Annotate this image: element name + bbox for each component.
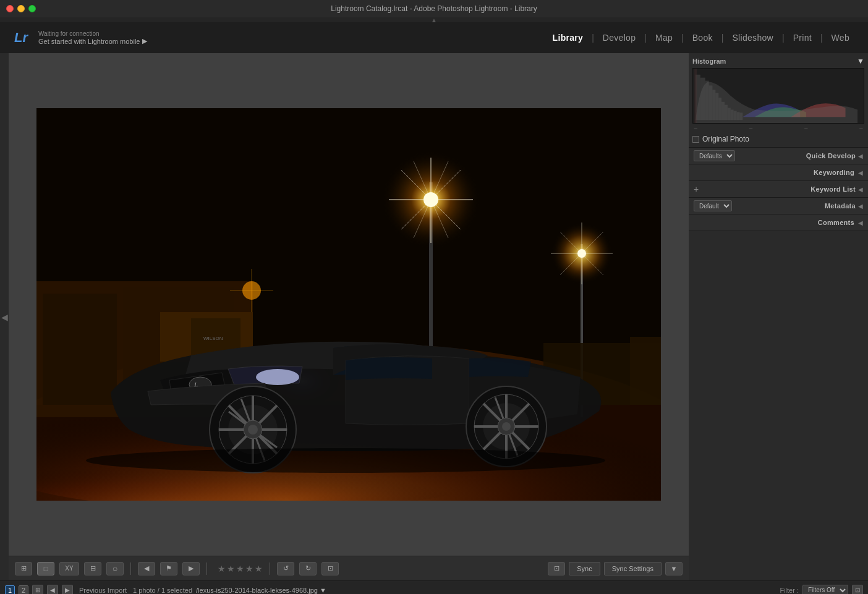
filmstrip-num-1[interactable]: 1 (5, 585, 15, 595)
original-photo-checkbox[interactable] (692, 136, 699, 143)
filmstrip-collection-name: Previous Import (79, 587, 127, 594)
top-arrow-icon: ▲ (431, 17, 437, 23)
histogram-section: Histogram ▼ (689, 53, 868, 148)
comments-section: Comments ◀ (689, 214, 868, 231)
filmstrip-num-2[interactable]: 2 (19, 585, 28, 595)
view-xy-button[interactable]: XY (59, 562, 79, 575)
nav-develop[interactable]: Develop (594, 29, 644, 46)
maximize-button[interactable] (28, 5, 36, 12)
histogram-header: Histogram ▼ (692, 57, 864, 66)
navbar: Lr Waiting for connection Get started wi… (0, 22, 868, 53)
sync-settings-button[interactable]: Sync Settings (604, 562, 662, 575)
prev-photo-button[interactable]: ◀ (138, 562, 155, 575)
hist-shadow-btn[interactable]: − (694, 125, 697, 132)
star-1[interactable]: ★ (218, 564, 226, 574)
mobile-status: Waiting for connection Get started with … (38, 30, 147, 45)
nav-slideshow[interactable]: Slideshow (723, 29, 782, 46)
minimize-button[interactable] (17, 5, 25, 12)
svg-text:WILSON: WILSON (203, 336, 223, 341)
metadata-header[interactable]: Default Metadata ◀ (689, 198, 868, 214)
star-4[interactable]: ★ (245, 564, 253, 574)
nav-modules: Library | Develop | Map | Book | Slidesh… (544, 29, 858, 46)
window-controls (6, 5, 36, 12)
keyword-list-label: Keyword List (811, 185, 856, 193)
lr-logo-text: Lr (14, 31, 28, 45)
keywording-header[interactable]: Keywording ◀ (689, 164, 868, 180)
metadata-preset-select[interactable]: Default (694, 200, 732, 211)
toolbar-right: ⊡ Sync Sync Settings ▼ (548, 562, 683, 575)
waiting-text: Waiting for connection (38, 30, 147, 37)
main-photo: WILSON (36, 108, 661, 501)
keyword-list-section: + Keyword List ◀ (689, 181, 868, 198)
crop-button[interactable]: ⊡ (321, 562, 339, 575)
histogram-dropdown-arrow[interactable]: ▼ (857, 57, 864, 66)
center-area: WILSON (9, 53, 689, 580)
left-panel-arrow: ◀ (0, 312, 9, 322)
close-button[interactable] (6, 5, 14, 12)
svg-rect-27 (630, 337, 661, 405)
svg-rect-5 (43, 294, 117, 405)
keywording-label: Keywording (814, 169, 854, 176)
toolbar: ⊞ □ XY ⊟ ☺ ◀ ⚑ ▶ ★ ★ ★ ★ ★ ↺ ↻ ⊡ ⊡ (9, 556, 689, 580)
left-panel-toggle[interactable]: ◀ (0, 53, 9, 580)
quick-develop-label: Quick Develop (806, 152, 856, 159)
nav-web[interactable]: Web (823, 29, 858, 46)
keyword-list-arrow: ◀ (858, 186, 863, 193)
toolbar-sep-1 (130, 562, 131, 575)
stars-row: ★ ★ ★ ★ ★ (218, 564, 263, 574)
filmstrip-grid-btn[interactable]: ⊞ (32, 585, 43, 595)
filter-select[interactable]: Filters Off (802, 585, 848, 595)
mobile-link[interactable]: Get started with Lightroom mobile ▶ (38, 37, 147, 45)
filmstrip-photo-count: 1 photo / 1 selected (133, 587, 192, 594)
keywording-section: Keywording ◀ (689, 164, 868, 181)
metadata-section: Default Metadata ◀ (689, 198, 868, 214)
filmstrip-path[interactable]: /lexus-is250-2014-black-lekses-4968.jpg … (196, 587, 326, 594)
nav-map[interactable]: Map (647, 29, 681, 46)
svg-point-42 (248, 425, 258, 435)
toolbar-sep-2 (206, 562, 207, 575)
star-2[interactable]: ★ (227, 564, 235, 574)
histogram-title: Histogram (692, 57, 726, 65)
star-3[interactable]: ★ (236, 564, 244, 574)
quick-develop-header[interactable]: Defaults Quick Develop ◀ (689, 148, 868, 164)
view-grid-button[interactable]: ⊞ (15, 562, 32, 575)
view-loupe-button[interactable]: □ (37, 562, 54, 575)
comments-arrow: ◀ (858, 219, 863, 226)
toolbar-dropdown-button[interactable]: ▼ (665, 562, 683, 575)
metadata-arrow: ◀ (858, 203, 863, 210)
hist-mid2-btn[interactable]: − (804, 125, 807, 132)
flag-button[interactable]: ⚑ (160, 562, 177, 575)
nav-print[interactable]: Print (785, 29, 820, 46)
window-title: Lightroom Catalog.lrcat - Adobe Photosho… (331, 4, 537, 13)
svg-point-31 (256, 369, 299, 385)
toolbar-sep-3 (270, 562, 270, 575)
quick-develop-arrow: ◀ (858, 153, 863, 159)
rotate-left-button[interactable]: ↺ (277, 562, 294, 575)
right-panel: Histogram ▼ (689, 53, 868, 580)
top-panel-toggle[interactable]: ▲ (0, 17, 868, 22)
keyword-list-header[interactable]: + Keyword List ◀ (689, 181, 868, 197)
original-photo-row: Original Photo (692, 135, 864, 143)
hist-mid1-btn[interactable]: − (749, 125, 752, 132)
compare-button[interactable]: ⊡ (548, 562, 565, 575)
sync-button[interactable]: Sync (569, 562, 600, 575)
hist-highlight-btn[interactable]: − (859, 125, 863, 132)
keywording-arrow: ◀ (858, 169, 863, 176)
nav-library[interactable]: Library (544, 29, 592, 46)
star-5[interactable]: ★ (255, 564, 263, 574)
filmstrip-next-btn[interactable]: ▶ (62, 585, 73, 595)
main-area: ◀ (0, 53, 868, 580)
keyword-add-button[interactable]: + (694, 184, 699, 194)
filmstrip-prev-btn[interactable]: ◀ (47, 585, 58, 595)
metadata-label: Metadata (825, 202, 856, 210)
comments-label: Comments (818, 219, 854, 226)
rotate-right-button[interactable]: ↻ (299, 562, 317, 575)
view-face-button[interactable]: ☺ (106, 562, 124, 575)
filter-label: Filter : (780, 587, 799, 594)
comments-header[interactable]: Comments ◀ (689, 214, 868, 231)
nav-book[interactable]: Book (684, 29, 721, 46)
next-photo-button[interactable]: ▶ (182, 562, 200, 575)
view-survey-button[interactable]: ⊟ (84, 562, 101, 575)
filmstrip-end-btn[interactable]: ⊡ (852, 585, 863, 595)
quick-develop-preset-select[interactable]: Defaults (694, 150, 735, 161)
